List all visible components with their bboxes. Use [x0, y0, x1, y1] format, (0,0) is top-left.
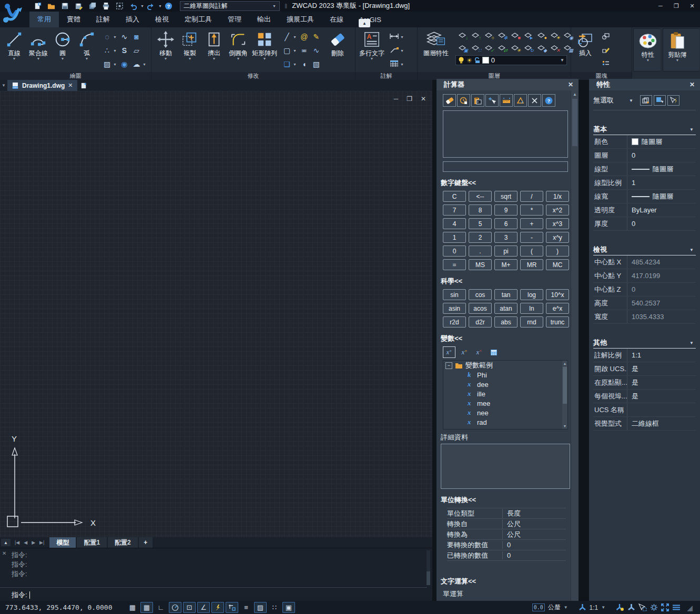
layer-restore-icon[interactable]: ↻ [521, 42, 534, 54]
rect-array-button[interactable]: 矩形陣列▼ [250, 29, 279, 61]
doc-tab-list-icon[interactable]: ▼ [0, 83, 7, 91]
dynamic-input-icon[interactable] [211, 602, 224, 613]
unit-row[interactable]: 單位類型 長度 [447, 508, 566, 518]
calc-key[interactable]: x^3 [546, 218, 569, 229]
calc-sci-key[interactable]: log [520, 289, 543, 300]
layer-down-icon[interactable]: ↓ [455, 29, 469, 42]
calc-sci-key[interactable]: abs [494, 316, 518, 328]
polyline-button[interactable]: 聚合線▼ [26, 29, 50, 61]
property-row[interactable]: 圖層 0 [593, 149, 696, 162]
ribbon-tab[interactable]: 定制工具 [177, 12, 220, 27]
ribbon-tab[interactable]: 在線 [322, 12, 351, 27]
variable-item[interactable]: x ille [443, 389, 562, 398]
move-button[interactable]: 移動▼ [154, 29, 178, 61]
section-keypad[interactable]: 數字鍵盤<< [441, 178, 571, 188]
hatch-icon[interactable]: ▨▼ [101, 57, 118, 71]
calc-sci-key[interactable]: d2r [469, 316, 492, 328]
panel-label-draw[interactable]: 繪圖 [0, 72, 151, 80]
calc-sci-key[interactable]: cos [469, 289, 492, 300]
calc-key[interactable]: + [520, 218, 543, 229]
prev-layout-icon[interactable]: ◀ [22, 540, 29, 545]
annotation-scale-icon[interactable] [579, 603, 586, 611]
panel-label-modify[interactable]: 修改 [151, 72, 355, 80]
add-layout-button[interactable]: + [139, 537, 153, 548]
property-row[interactable]: 註解比例 1:1 [593, 349, 696, 362]
property-row[interactable]: 中心點 Z 0 [593, 283, 696, 296]
attributes-icon[interactable] [600, 57, 612, 71]
properties-close-icon[interactable]: ✕ [689, 81, 695, 88]
revcloud-edit-icon[interactable]: @ [298, 30, 310, 44]
layer-off-icon[interactable]: ○ [482, 29, 495, 42]
property-row[interactable]: 開啟 UCS... 是 [593, 362, 696, 376]
calc-key[interactable]: C [443, 191, 466, 202]
units-format-box[interactable]: 0.0 [532, 603, 545, 611]
ribbon-tab[interactable]: 註解 [88, 12, 118, 27]
calc-key[interactable]: ( [520, 245, 543, 257]
create-block-icon[interactable] [600, 30, 612, 44]
quick-select-icon[interactable] [640, 95, 652, 106]
clear-icon[interactable] [443, 94, 456, 107]
annotation-scale-value[interactable]: 1:1 [590, 604, 598, 611]
first-layout-icon[interactable]: |◀ [13, 540, 22, 545]
calc-key[interactable]: x^2 [546, 204, 569, 216]
ortho-icon[interactable]: ∟ [155, 602, 167, 613]
layer-thaw-icon[interactable]: ☀ [547, 29, 561, 42]
calc-key[interactable]: MC [546, 259, 569, 270]
variable-item[interactable]: x dee [443, 380, 562, 389]
chevron-down-icon[interactable]: ▼ [689, 248, 696, 252]
workspace-select[interactable]: 二維草圖與註解 ▼ [180, 1, 280, 11]
clear-expression-icon[interactable] [528, 94, 541, 107]
calc-sci-key[interactable]: tan [494, 289, 518, 300]
new-document-icon[interactable] [77, 80, 91, 91]
ribbon-tab[interactable]: 實體 [59, 12, 88, 27]
mtext-button[interactable]: A 多行文字▼ [358, 29, 386, 61]
insert-button[interactable]: 插入 [573, 29, 597, 57]
calc-key[interactable]: 8 [469, 204, 492, 216]
calc-key[interactable]: / [520, 191, 543, 202]
section-view-header[interactable]: 檢視 ▼ [593, 244, 696, 255]
calc-key[interactable]: 4 [443, 218, 466, 229]
close-tab-icon[interactable]: ✕ [68, 82, 73, 89]
calc-key[interactable]: 1 [443, 232, 466, 243]
calc-key[interactable]: 6 [494, 218, 518, 229]
unit-row[interactable]: 已轉換的數值 0 [447, 550, 566, 561]
stretch-button[interactable]: 擠出▼ [202, 29, 226, 61]
donut-icon[interactable]: ◉ [118, 57, 130, 71]
variable-item[interactable]: x rad [443, 417, 562, 427]
toggle-pickadd-icon[interactable] [667, 95, 679, 106]
collapse-icon[interactable]: − [445, 362, 452, 369]
trim-icon[interactable]: ╱▼ [281, 30, 298, 44]
ribbon-collapse-icon[interactable]: ▲ [359, 19, 370, 27]
command-close-icon[interactable]: ✕ [2, 550, 6, 556]
ribbon-tab[interactable]: 輸出 [249, 12, 279, 27]
command-scrollbar[interactable] [427, 550, 430, 585]
calc-sci-key[interactable]: asin [443, 303, 466, 314]
layer-lock-icon[interactable]: ■ [508, 29, 521, 42]
command-prompt[interactable]: 指令: [12, 590, 30, 600]
leader-icon[interactable]: ▼ [388, 44, 405, 57]
calc-sci-key[interactable]: trunc [546, 316, 569, 328]
clipboard-button[interactable]: 剪貼簿▼ [665, 30, 689, 63]
layer-up-icon[interactable]: ↑ [469, 29, 482, 42]
wipeout-icon[interactable]: ▱ [130, 44, 148, 57]
calc-key[interactable]: 2 [469, 232, 492, 243]
undo-icon[interactable] [126, 1, 140, 11]
minimize-icon[interactable]: ─ [653, 0, 668, 12]
annotation-autoscale-icon[interactable] [616, 603, 624, 611]
calc-key[interactable]: M+ [494, 259, 518, 270]
calc-key[interactable]: 7 [443, 204, 466, 216]
calc-sci-key[interactable]: e^x [546, 303, 569, 314]
chevron-down-icon[interactable]: ▼ [629, 98, 633, 103]
property-row[interactable]: 顏色 隨圖層 [593, 135, 696, 149]
history-icon[interactable] [457, 94, 470, 107]
select-objects-icon[interactable] [654, 95, 666, 106]
copy-button[interactable]: 複製▼ [178, 29, 202, 61]
chevron-down-icon[interactable]: ▼ [689, 127, 696, 132]
variable-item[interactable]: x mee [443, 398, 562, 408]
property-row[interactable]: 線寬 隨圖層 [593, 190, 696, 203]
resize-grip[interactable]: ◢ [687, 603, 693, 612]
calculator-close-icon[interactable]: ✕ [568, 81, 573, 88]
calc-key[interactable]: 5 [469, 218, 492, 229]
ribbon-tab[interactable]: 常用 [29, 12, 59, 27]
line-button[interactable]: 直線▼ [2, 29, 26, 61]
